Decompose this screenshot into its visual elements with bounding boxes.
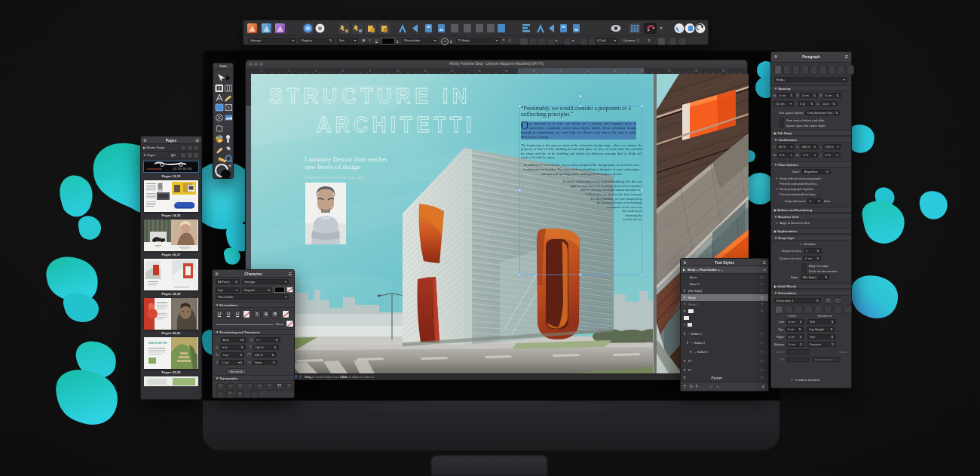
svg-text:12: 12 [424, 69, 427, 72]
svg-text:30: 30 [668, 69, 671, 72]
svg-text:6: 6 [342, 69, 344, 72]
svg-text:32: 32 [695, 69, 698, 72]
svg-text:4: 4 [315, 69, 317, 72]
svg-text:14: 14 [451, 69, 454, 72]
svg-text:34: 34 [722, 69, 725, 72]
svg-text:10: 10 [397, 69, 400, 72]
svg-text:18: 18 [505, 69, 508, 72]
svg-text:16: 16 [478, 69, 481, 72]
svg-text:2: 2 [288, 69, 289, 72]
svg-text:8: 8 [369, 69, 371, 72]
svg-text:HOW TO GET THE: HOW TO GET THE [149, 342, 167, 345]
svg-text:26: 26 [614, 69, 617, 72]
svg-text:22: 22 [559, 69, 562, 72]
svg-text:0: 0 [261, 69, 262, 72]
svg-text:24: 24 [586, 69, 590, 72]
svg-text:15% 25% 35% 45%: 15% 25% 35% 45% [173, 167, 192, 170]
svg-text:28: 28 [641, 69, 644, 72]
svg-text:20: 20 [532, 69, 535, 72]
